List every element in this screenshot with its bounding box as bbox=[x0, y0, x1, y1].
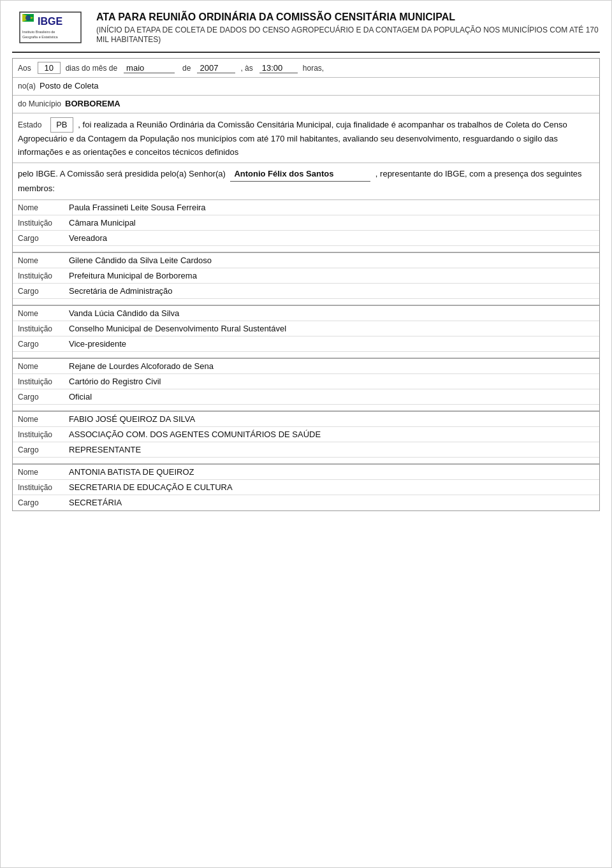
logo-area: IBGE Instituto Brasileiro de Geografia e… bbox=[12, 11, 89, 44]
member-3-cargo: Vice-presidente bbox=[69, 339, 594, 349]
posto-row: no(a) Posto de Coleta bbox=[13, 78, 599, 96]
svg-text:Geografia e Estatística: Geografia e Estatística bbox=[22, 35, 59, 39]
svg-text:IBGE: IBGE bbox=[38, 16, 62, 27]
nome-label-5: Nome bbox=[18, 415, 69, 424]
cargo-label-1: Cargo bbox=[18, 234, 69, 243]
member-3-inst-row: Instituição Conselho Municipal de Desenv… bbox=[13, 321, 599, 336]
svg-point-3 bbox=[26, 15, 31, 20]
member-5-nome: FABIO JOSÉ QUEIROZ DA SILVA bbox=[69, 414, 594, 424]
member-5-cargo-row: Cargo REPRESENTANTE bbox=[13, 442, 599, 458]
member-6-inst-row: Instituição SECRETARIA DE EDUCAÇÃO E CUL… bbox=[13, 480, 599, 495]
separator-4 bbox=[13, 405, 599, 411]
nome-label-3: Nome bbox=[18, 309, 69, 318]
inst-label-1: Instituição bbox=[18, 219, 69, 228]
month-value: maio bbox=[124, 63, 175, 73]
municipio-row: do Município BORBOREMA bbox=[13, 96, 599, 113]
nome-label-6: Nome bbox=[18, 468, 69, 477]
member-2-inst-row: Instituição Prefeitura Municipal de Borb… bbox=[13, 268, 599, 284]
member-1-cargo: Vereadora bbox=[69, 233, 594, 243]
member-block-1: Nome Paula Frassineti Leite Sousa Ferrei… bbox=[13, 200, 599, 253]
member-1-inst-row: Instituição Câmara Municipal bbox=[13, 215, 599, 231]
inst-label-6: Instituição bbox=[18, 483, 69, 492]
date-row: Aos 10 dias do mês de maio de 2007 , às … bbox=[13, 59, 599, 78]
separator-5 bbox=[13, 458, 599, 464]
member-block-3: Nome Vanda Lúcia Cândido da Silva Instit… bbox=[13, 306, 599, 359]
member-block-4: Nome Rejane de Lourdes Alcoforado de Sen… bbox=[13, 359, 599, 412]
posto-label: no(a) bbox=[18, 82, 36, 90]
nome-label-1: Nome bbox=[18, 203, 69, 212]
year-label: de bbox=[182, 64, 191, 73]
president-name: Antonio Félix dos Santos bbox=[230, 167, 370, 182]
cargo-label-3: Cargo bbox=[18, 340, 69, 349]
estado-value: PB bbox=[50, 117, 73, 133]
member-6-cargo-row: Cargo SECRETÁRIA bbox=[13, 495, 599, 510]
member-6-nome-row: Nome ANTONIA BATISTA DE QUEIROZ bbox=[13, 465, 599, 480]
member-block-2: Nome Gilene Cândido da Silva Leite Cardo… bbox=[13, 253, 599, 306]
month-label: dias do mês de bbox=[66, 64, 117, 73]
svg-text:Instituto Brasileiro de: Instituto Brasileiro de bbox=[22, 30, 55, 34]
description-row: Estado PB , foi realizada a Reunião Ordi… bbox=[13, 113, 599, 163]
municipio-label: do Município bbox=[18, 99, 61, 108]
cargo-label-2: Cargo bbox=[18, 287, 69, 296]
separator-2 bbox=[13, 299, 599, 305]
member-6-inst: SECRETARIA DE EDUCAÇÃO E CULTURA bbox=[69, 482, 594, 492]
separator-3 bbox=[13, 352, 599, 358]
member-4-nome-row: Nome Rejane de Lourdes Alcoforado de Sen… bbox=[13, 359, 599, 374]
member-4-cargo: Oficial bbox=[69, 392, 594, 401]
member-4-cargo-row: Cargo Oficial bbox=[13, 389, 599, 405]
member-2-nome: Gilene Cândido da Silva Leite Cardoso bbox=[69, 256, 594, 265]
member-4-nome: Rejane de Lourdes Alcoforado de Sena bbox=[69, 361, 594, 371]
member-5-nome-row: Nome FABIO JOSÉ QUEIROZ DA SILVA bbox=[13, 412, 599, 427]
cargo-label-4: Cargo bbox=[18, 393, 69, 401]
member-1-nome: Paula Frassineti Leite Sousa Ferreira bbox=[69, 203, 594, 212]
member-1-cargo-row: Cargo Vereadora bbox=[13, 231, 599, 246]
inst-label-3: Instituição bbox=[18, 324, 69, 333]
description-text: , foi realizada a Reunião Ordinária da C… bbox=[18, 120, 567, 157]
member-6-cargo: SECRETÁRIA bbox=[69, 498, 594, 507]
nome-label-2: Nome bbox=[18, 256, 69, 265]
member-1-inst: Câmara Municipal bbox=[69, 218, 594, 228]
member-2-inst: Prefeitura Municipal de Borborema bbox=[69, 271, 594, 280]
member-3-nome: Vanda Lúcia Cândido da Silva bbox=[69, 308, 594, 318]
member-5-inst-row: Instituição ASSOCIAÇÃO COM. DOS AGENTES … bbox=[13, 427, 599, 442]
member-block-6: Nome ANTONIA BATISTA DE QUEIROZ Institui… bbox=[13, 465, 599, 510]
municipio-value: BORBOREMA bbox=[65, 99, 120, 108]
form-section: Aos 10 dias do mês de maio de 2007 , às … bbox=[12, 58, 600, 511]
posto-value: Posto de Coleta bbox=[40, 81, 99, 90]
member-6-nome: ANTONIA BATISTA DE QUEIROZ bbox=[69, 467, 594, 477]
main-title: ATA PARA REUNIÃO ORDINÁRIA DA COMISSÃO C… bbox=[96, 11, 600, 24]
member-4-inst: Cartório do Registro Civil bbox=[69, 377, 594, 386]
day-value: 10 bbox=[38, 62, 61, 74]
member-2-cargo-row: Cargo Secretária de Administração bbox=[13, 284, 599, 299]
time-label: , às bbox=[240, 64, 252, 73]
nome-label-4: Nome bbox=[18, 362, 69, 371]
president-row: pelo IBGE. A Comissão será presidida pel… bbox=[13, 163, 599, 200]
page: IBGE Instituto Brasileiro de Geografia e… bbox=[0, 0, 612, 868]
ibge-logo: IBGE Instituto Brasileiro de Geografia e… bbox=[18, 11, 82, 44]
inst-label-5: Instituição bbox=[18, 430, 69, 439]
member-3-nome-row: Nome Vanda Lúcia Cândido da Silva bbox=[13, 306, 599, 321]
year-value: 2007 bbox=[197, 63, 235, 73]
separator-1 bbox=[13, 246, 599, 252]
member-2-cargo: Secretária de Administração bbox=[69, 286, 594, 296]
time-value: 13:00 bbox=[259, 63, 298, 73]
member-block-5: Nome FABIO JOSÉ QUEIROZ DA SILVA Institu… bbox=[13, 412, 599, 465]
estado-label: Estado bbox=[18, 120, 41, 129]
aos-label: Aos bbox=[18, 64, 31, 73]
cargo-label-5: Cargo bbox=[18, 445, 69, 454]
members-list: Nome Paula Frassineti Leite Sousa Ferrei… bbox=[13, 200, 599, 510]
member-1-nome-row: Nome Paula Frassineti Leite Sousa Ferrei… bbox=[13, 200, 599, 215]
inst-label-2: Instituição bbox=[18, 271, 69, 280]
member-4-inst-row: Instituição Cartório do Registro Civil bbox=[13, 374, 599, 389]
member-3-inst: Conselho Municipal de Desenvolvimento Ru… bbox=[69, 324, 594, 333]
member-2-nome-row: Nome Gilene Cândido da Silva Leite Cardo… bbox=[13, 253, 599, 268]
inst-label-4: Instituição bbox=[18, 377, 69, 386]
header: IBGE Instituto Brasileiro de Geografia e… bbox=[12, 11, 600, 53]
president-prefix: pelo IBGE. A Comissão será presidida pel… bbox=[18, 169, 226, 178]
cargo-label-6: Cargo bbox=[18, 498, 69, 507]
member-3-cargo-row: Cargo Vice-presidente bbox=[13, 336, 599, 352]
sub-title: (INÍCIO DA ETAPA DE COLETA DE DADOS DO C… bbox=[96, 25, 600, 45]
member-5-cargo: REPRESENTANTE bbox=[69, 445, 594, 454]
member-5-inst: ASSOCIAÇÃO COM. DOS AGENTES COMUNITÁRIOS… bbox=[69, 430, 594, 439]
hours-label: horas, bbox=[303, 64, 324, 73]
